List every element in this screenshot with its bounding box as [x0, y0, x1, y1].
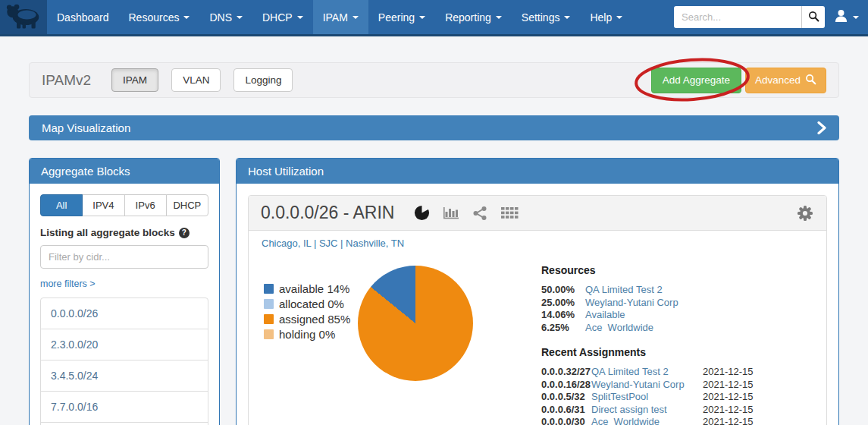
advanced-button[interactable]: Advanced — [745, 68, 826, 93]
caret-down-icon — [237, 16, 243, 19]
nav-item-peering[interactable]: Peering — [368, 0, 435, 34]
caret-down-icon — [183, 16, 190, 19]
resource-link[interactable]: QA Limited Test 2 — [585, 284, 814, 297]
grid-icon[interactable] — [500, 206, 519, 220]
bar-chart-icon[interactable] — [443, 206, 459, 220]
nav-item-ipam[interactable]: IPAM — [313, 0, 368, 34]
pie-chart-icon[interactable] — [414, 205, 430, 221]
utilization-chart: available 14% allocated 0% assigned 85% … — [249, 255, 541, 425]
tab-dhcp[interactable]: DHCP — [166, 194, 208, 216]
add-aggregate-button[interactable]: Add Aggregate — [651, 68, 741, 93]
cidr-filter-input[interactable] — [40, 245, 208, 269]
block-detail-card: 0.0.0.0/26 - ARIN — [248, 195, 827, 425]
caret-down-icon — [564, 16, 570, 19]
aggregate-block-list: 0.0.0.0/26 2.3.0.0/20 3.4.5.0/24 7.7.0.0… — [40, 298, 208, 425]
legend-swatch — [264, 329, 274, 339]
caret-down-icon — [419, 16, 425, 19]
nav-item-reporting[interactable]: Reporting — [435, 0, 512, 34]
tab-ipam[interactable]: IPAM — [111, 68, 158, 92]
panda-logo-icon — [5, 2, 42, 33]
assignment-row: 0.0.0.16/28Weyland-Yutani Corp2021-12-15 — [541, 379, 814, 392]
nav-item-dns[interactable]: DNS — [199, 0, 252, 34]
user-icon — [834, 8, 848, 26]
resource-link[interactable]: Available — [585, 309, 814, 322]
tab-logging[interactable]: Logging — [233, 68, 293, 92]
assignment-link[interactable]: QA Limited Test 2 — [591, 366, 703, 379]
resource-row: 25.00%Weyland-Yutani Corp — [541, 297, 814, 310]
resources-heading: Resources — [541, 264, 814, 276]
chart-legend: available 14% allocated 0% assigned 85% … — [264, 282, 350, 425]
caret-down-icon — [353, 16, 359, 19]
legend-swatch — [264, 284, 274, 294]
chevron-right-icon[interactable] — [817, 121, 826, 134]
main-menu: Dashboard Resources DNS DHCP IPAM Peerin… — [47, 0, 632, 34]
resource-row: 50.00%QA Limited Test 2 — [541, 284, 814, 297]
assignment-link[interactable]: Weyland-Yutani Corp — [591, 379, 703, 392]
aggregate-blocks-panel: Aggregate Blocks All IPV4 IPv6 DHCP List… — [29, 158, 220, 425]
nav-item-help[interactable]: Help — [580, 0, 632, 34]
map-visualization-label: Map Visualization — [42, 121, 130, 134]
caret-down-icon — [496, 16, 502, 19]
brand-logo[interactable] — [0, 0, 47, 34]
list-item[interactable]: 2.3.0.0/20 — [41, 329, 208, 360]
search-button[interactable] — [801, 6, 825, 28]
more-filters-link[interactable]: more filters > — [40, 279, 96, 289]
map-visualization-bar[interactable]: Map Visualization — [29, 115, 839, 140]
help-icon[interactable]: ? — [179, 228, 190, 238]
tab-all[interactable]: All — [40, 194, 83, 216]
assignment-link[interactable]: Ace Worldwide — [591, 416, 703, 425]
assignment-row: 0.0.0.6/31Direct assign test2021-12-15 — [541, 404, 814, 417]
pie-chart — [358, 266, 473, 381]
page-header: IPAMv2 IPAM VLAN Logging Add Aggregate A… — [29, 62, 839, 98]
resource-link[interactable]: Weyland-Yutani Corp — [585, 297, 814, 310]
listing-label: Listing all aggregate blocks — [40, 227, 175, 238]
recent-assignments-heading: Recent Assignments — [541, 346, 814, 358]
list-item[interactable]: 7.7.0.0/16 — [41, 392, 208, 423]
aggregate-filter-tabs: All IPV4 IPv6 DHCP — [40, 194, 208, 216]
caret-down-icon — [297, 16, 303, 19]
assignment-link[interactable]: Direct assign test — [591, 404, 703, 417]
location-links[interactable]: Chicago, IL | SJC | Nashville, TN — [249, 231, 826, 252]
tab-vlan[interactable]: VLAN — [171, 68, 221, 92]
nav-item-dashboard[interactable]: Dashboard — [47, 0, 119, 34]
list-item[interactable]: 3.4.5.0/24 — [41, 360, 208, 392]
resource-row: 6.25%Ace Worldwide — [541, 322, 814, 335]
search-icon — [805, 74, 816, 87]
assignment-row: 0.0.0.0/30Ace Worldwide2021-12-15 — [541, 416, 814, 425]
block-title: 0.0.0.0/26 - ARIN — [261, 203, 394, 223]
tab-ipv6[interactable]: IPv6 — [124, 194, 167, 216]
nav-item-settings[interactable]: Settings — [512, 0, 581, 34]
share-icon[interactable] — [472, 206, 487, 221]
assignment-row: 0.0.0.32/27QA Limited Test 22021-12-15 — [541, 366, 814, 379]
resource-row: 14.06%Available — [541, 309, 814, 322]
page-title: IPAMv2 — [42, 72, 91, 89]
caret-down-icon — [616, 16, 622, 19]
user-menu[interactable] — [834, 8, 859, 26]
legend-swatch — [264, 299, 274, 309]
nav-item-dhcp[interactable]: DHCP — [252, 0, 313, 34]
top-navbar: Dashboard Resources DNS DHCP IPAM Peerin… — [0, 0, 868, 36]
tab-ipv4[interactable]: IPV4 — [82, 194, 124, 216]
nav-item-resources[interactable]: Resources — [119, 0, 200, 34]
legend-swatch — [264, 314, 274, 324]
resource-link[interactable]: Ace Worldwide — [585, 322, 814, 335]
aggregate-blocks-title: Aggregate Blocks — [30, 159, 219, 184]
assignment-row: 0.0.0.5/32SplitTestPool2021-12-15 — [541, 391, 814, 404]
gear-icon[interactable] — [796, 204, 814, 222]
host-utilization-panel: Host Utilization 0.0.0.0/26 - ARIN — [236, 158, 839, 425]
assignment-link[interactable]: SplitTestPool — [591, 391, 703, 404]
host-utilization-title: Host Utilization — [237, 159, 838, 184]
caret-down-icon — [853, 16, 859, 19]
search-icon — [808, 11, 819, 24]
list-item[interactable]: 0.0.0.0/26 — [41, 298, 208, 329]
search-input[interactable] — [674, 6, 801, 28]
